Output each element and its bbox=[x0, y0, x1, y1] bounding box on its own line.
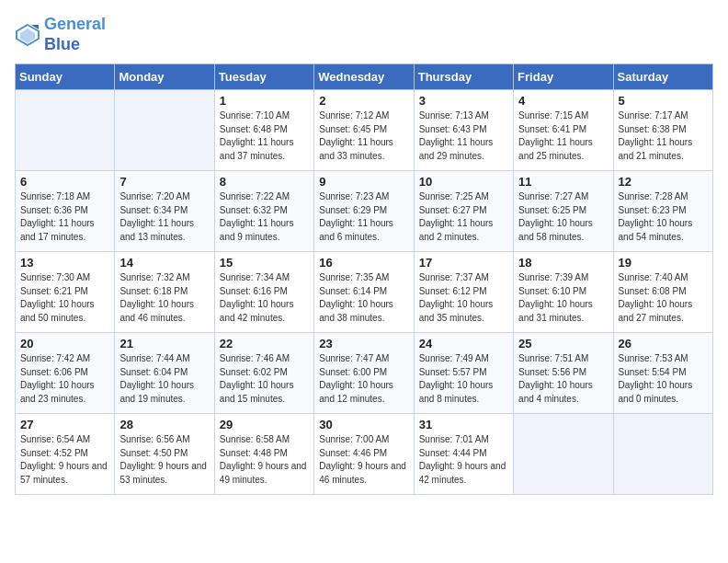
day-of-week-tuesday: Tuesday bbox=[214, 64, 313, 90]
calendar-week-3: 13Sunrise: 7:30 AM Sunset: 6:21 PM Dayli… bbox=[16, 252, 713, 333]
cell-content: Sunrise: 7:40 AM Sunset: 6:08 PM Dayligh… bbox=[619, 271, 708, 325]
cell-content: Sunrise: 7:20 AM Sunset: 6:34 PM Dayligh… bbox=[119, 190, 209, 244]
calendar-cell: 1Sunrise: 7:10 AM Sunset: 6:48 PM Daylig… bbox=[214, 90, 313, 171]
cell-content: Sunrise: 7:23 AM Sunset: 6:29 PM Dayligh… bbox=[319, 190, 408, 244]
day-number: 24 bbox=[419, 337, 508, 350]
calendar-cell: 18Sunrise: 7:39 AM Sunset: 6:10 PM Dayli… bbox=[514, 252, 613, 333]
calendar-week-5: 27Sunrise: 6:54 AM Sunset: 4:52 PM Dayli… bbox=[16, 414, 713, 495]
cell-content: Sunrise: 7:30 AM Sunset: 6:21 PM Dayligh… bbox=[20, 271, 109, 325]
cell-content: Sunrise: 7:13 AM Sunset: 6:43 PM Dayligh… bbox=[419, 109, 508, 163]
cell-content: Sunrise: 7:46 AM Sunset: 6:02 PM Dayligh… bbox=[220, 352, 309, 406]
cell-content: Sunrise: 6:56 AM Sunset: 4:50 PM Dayligh… bbox=[119, 433, 209, 487]
calendar-cell: 4Sunrise: 7:15 AM Sunset: 6:41 PM Daylig… bbox=[514, 90, 613, 171]
calendar-cell: 29Sunrise: 6:58 AM Sunset: 4:48 PM Dayli… bbox=[214, 414, 313, 495]
cell-content: Sunrise: 7:51 AM Sunset: 5:56 PM Dayligh… bbox=[518, 352, 608, 406]
day-number: 26 bbox=[619, 337, 708, 350]
cell-content: Sunrise: 7:15 AM Sunset: 6:41 PM Dayligh… bbox=[518, 109, 608, 163]
day-number: 27 bbox=[20, 418, 109, 431]
day-number: 9 bbox=[319, 175, 408, 189]
cell-content: Sunrise: 7:37 AM Sunset: 6:12 PM Dayligh… bbox=[419, 271, 508, 325]
cell-content: Sunrise: 7:39 AM Sunset: 6:10 PM Dayligh… bbox=[518, 271, 608, 325]
calendar-week-1: 1Sunrise: 7:10 AM Sunset: 6:48 PM Daylig… bbox=[16, 90, 713, 171]
calendar-cell: 26Sunrise: 7:53 AM Sunset: 5:54 PM Dayli… bbox=[613, 333, 712, 414]
day-number: 11 bbox=[518, 175, 608, 189]
day-number: 25 bbox=[518, 337, 608, 350]
cell-content: Sunrise: 7:49 AM Sunset: 5:57 PM Dayligh… bbox=[419, 352, 508, 406]
calendar-cell bbox=[16, 90, 115, 171]
day-number: 13 bbox=[20, 256, 109, 270]
day-number: 28 bbox=[119, 418, 209, 431]
calendar-cell: 6Sunrise: 7:18 AM Sunset: 6:36 PM Daylig… bbox=[16, 171, 115, 252]
calendar-cell: 24Sunrise: 7:49 AM Sunset: 5:57 PM Dayli… bbox=[414, 333, 513, 414]
cell-content: Sunrise: 7:27 AM Sunset: 6:25 PM Dayligh… bbox=[518, 190, 608, 244]
day-number: 20 bbox=[20, 337, 109, 350]
calendar-week-4: 20Sunrise: 7:42 AM Sunset: 6:06 PM Dayli… bbox=[16, 333, 713, 414]
day-of-week-saturday: Saturday bbox=[613, 64, 712, 90]
day-number: 30 bbox=[319, 418, 408, 431]
cell-content: Sunrise: 7:35 AM Sunset: 6:14 PM Dayligh… bbox=[319, 271, 408, 325]
cell-content: Sunrise: 7:10 AM Sunset: 6:48 PM Dayligh… bbox=[220, 109, 309, 163]
logo-text: GeneralBlue bbox=[44, 15, 106, 54]
day-number: 16 bbox=[319, 256, 408, 270]
calendar-cell: 10Sunrise: 7:25 AM Sunset: 6:27 PM Dayli… bbox=[414, 171, 513, 252]
day-of-week-thursday: Thursday bbox=[414, 64, 513, 90]
day-of-week-friday: Friday bbox=[514, 64, 613, 90]
calendar-cell bbox=[115, 90, 214, 171]
day-number: 19 bbox=[619, 256, 708, 270]
cell-content: Sunrise: 7:22 AM Sunset: 6:32 PM Dayligh… bbox=[220, 190, 309, 244]
day-number: 3 bbox=[419, 94, 508, 108]
calendar-cell: 19Sunrise: 7:40 AM Sunset: 6:08 PM Dayli… bbox=[613, 252, 712, 333]
cell-content: Sunrise: 7:42 AM Sunset: 6:06 PM Dayligh… bbox=[20, 352, 109, 406]
day-number: 17 bbox=[419, 256, 508, 270]
day-number: 6 bbox=[20, 175, 109, 189]
logo: GeneralBlue bbox=[15, 15, 106, 54]
cell-content: Sunrise: 7:12 AM Sunset: 6:45 PM Dayligh… bbox=[319, 109, 408, 163]
day-number: 18 bbox=[518, 256, 608, 270]
cell-content: Sunrise: 6:54 AM Sunset: 4:52 PM Dayligh… bbox=[20, 433, 109, 487]
calendar-cell: 5Sunrise: 7:17 AM Sunset: 6:38 PM Daylig… bbox=[613, 90, 712, 171]
calendar-cell: 16Sunrise: 7:35 AM Sunset: 6:14 PM Dayli… bbox=[314, 252, 414, 333]
cell-content: Sunrise: 7:47 AM Sunset: 6:00 PM Dayligh… bbox=[319, 352, 408, 406]
calendar-cell: 13Sunrise: 7:30 AM Sunset: 6:21 PM Dayli… bbox=[16, 252, 115, 333]
day-number: 15 bbox=[220, 256, 309, 270]
day-number: 8 bbox=[220, 175, 309, 189]
day-number: 14 bbox=[119, 256, 209, 270]
day-number: 12 bbox=[619, 175, 708, 189]
day-number: 1 bbox=[220, 94, 309, 108]
cell-content: Sunrise: 7:18 AM Sunset: 6:36 PM Dayligh… bbox=[20, 190, 109, 244]
days-of-week-header: SundayMondayTuesdayWednesdayThursdayFrid… bbox=[16, 64, 713, 90]
day-number: 4 bbox=[518, 94, 608, 108]
day-number: 2 bbox=[319, 94, 408, 108]
day-number: 29 bbox=[220, 418, 309, 431]
day-number: 23 bbox=[319, 337, 408, 350]
calendar-cell: 11Sunrise: 7:27 AM Sunset: 6:25 PM Dayli… bbox=[514, 171, 613, 252]
day-number: 7 bbox=[119, 175, 209, 189]
calendar-cell: 23Sunrise: 7:47 AM Sunset: 6:00 PM Dayli… bbox=[314, 333, 414, 414]
calendar-cell: 27Sunrise: 6:54 AM Sunset: 4:52 PM Dayli… bbox=[16, 414, 115, 495]
calendar-week-2: 6Sunrise: 7:18 AM Sunset: 6:36 PM Daylig… bbox=[16, 171, 713, 252]
day-of-week-monday: Monday bbox=[115, 64, 214, 90]
calendar-cell: 12Sunrise: 7:28 AM Sunset: 6:23 PM Dayli… bbox=[613, 171, 712, 252]
cell-content: Sunrise: 7:53 AM Sunset: 5:54 PM Dayligh… bbox=[619, 352, 708, 406]
calendar-cell: 7Sunrise: 7:20 AM Sunset: 6:34 PM Daylig… bbox=[115, 171, 214, 252]
calendar-cell bbox=[613, 414, 712, 495]
calendar-cell: 25Sunrise: 7:51 AM Sunset: 5:56 PM Dayli… bbox=[514, 333, 613, 414]
cell-content: Sunrise: 6:58 AM Sunset: 4:48 PM Dayligh… bbox=[220, 433, 309, 487]
day-number: 22 bbox=[220, 337, 309, 350]
page-header: GeneralBlue bbox=[15, 15, 713, 54]
cell-content: Sunrise: 7:32 AM Sunset: 6:18 PM Dayligh… bbox=[119, 271, 209, 325]
day-of-week-wednesday: Wednesday bbox=[314, 64, 414, 90]
day-number: 10 bbox=[419, 175, 508, 189]
calendar-cell: 17Sunrise: 7:37 AM Sunset: 6:12 PM Dayli… bbox=[414, 252, 513, 333]
cell-content: Sunrise: 7:17 AM Sunset: 6:38 PM Dayligh… bbox=[619, 109, 708, 163]
cell-content: Sunrise: 7:00 AM Sunset: 4:46 PM Dayligh… bbox=[319, 433, 408, 487]
calendar-cell: 31Sunrise: 7:01 AM Sunset: 4:44 PM Dayli… bbox=[414, 414, 513, 495]
calendar-cell: 14Sunrise: 7:32 AM Sunset: 6:18 PM Dayli… bbox=[115, 252, 214, 333]
calendar-cell: 2Sunrise: 7:12 AM Sunset: 6:45 PM Daylig… bbox=[314, 90, 414, 171]
day-number: 31 bbox=[419, 418, 508, 431]
logo-icon bbox=[15, 22, 40, 48]
calendar-cell: 9Sunrise: 7:23 AM Sunset: 6:29 PM Daylig… bbox=[314, 171, 414, 252]
day-number: 21 bbox=[119, 337, 209, 350]
cell-content: Sunrise: 7:28 AM Sunset: 6:23 PM Dayligh… bbox=[619, 190, 708, 244]
cell-content: Sunrise: 7:01 AM Sunset: 4:44 PM Dayligh… bbox=[419, 433, 508, 487]
